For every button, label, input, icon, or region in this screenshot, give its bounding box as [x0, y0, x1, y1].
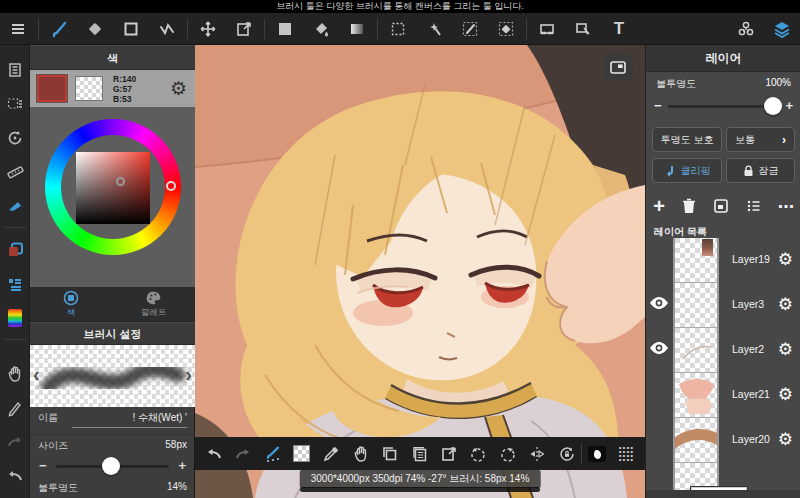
- material-icon[interactable]: [728, 13, 764, 45]
- brush-size-slider[interactable]: − +: [30, 453, 195, 479]
- layer-gear-icon[interactable]: ⚙: [778, 429, 793, 450]
- select-rect-icon[interactable]: [380, 13, 416, 45]
- artwork: [195, 45, 645, 498]
- layer-gear-icon[interactable]: ⚙: [778, 294, 793, 315]
- object-select-icon[interactable]: [565, 13, 601, 45]
- color-panel-title: 색: [30, 45, 195, 70]
- select-options-icon[interactable]: [0, 91, 30, 117]
- home-indicator: [300, 487, 540, 492]
- shape-tool-icon[interactable]: [113, 13, 149, 45]
- hand-tool-icon[interactable]: [346, 437, 375, 470]
- brush-next-icon[interactable]: ›: [185, 363, 192, 386]
- layer-gear-icon[interactable]: ⚙: [778, 249, 793, 270]
- select-pen-icon[interactable]: [452, 13, 488, 45]
- current-color-swatch[interactable]: [37, 75, 67, 102]
- eye-icon[interactable]: [649, 341, 669, 355]
- sv-indicator[interactable]: [116, 177, 125, 186]
- magic-wand-icon[interactable]: [416, 13, 452, 45]
- clipping-arrow-icon: [664, 165, 676, 177]
- hide-ui-button[interactable]: [603, 54, 633, 81]
- material-list-icon[interactable]: [0, 271, 30, 297]
- layers-panel: 레이어 불투명도 100% − + 투명도 보호 보통 › 클리핑 잠금 +: [645, 45, 800, 498]
- add-layer-icon[interactable]: +: [653, 195, 665, 218]
- layer-row[interactable]: Layer3 ⚙: [646, 283, 800, 327]
- fill-tool-icon[interactable]: [267, 13, 303, 45]
- duplicate-icon[interactable]: [375, 437, 404, 470]
- pages-icon[interactable]: [0, 57, 30, 83]
- layer-row[interactable]: Layer19 ⚙: [646, 238, 800, 282]
- menu-icon[interactable]: [0, 13, 36, 45]
- select-eraser-icon[interactable]: [488, 13, 524, 45]
- chevron-right-icon: ›: [782, 133, 786, 147]
- undo-icon[interactable]: [199, 437, 228, 470]
- eraser-tool-icon[interactable]: [77, 13, 113, 45]
- reference-toggle-icon[interactable]: [582, 437, 611, 470]
- alpha-lock-button[interactable]: 투명도 보호: [652, 127, 722, 152]
- brush-opacity-value: 14%: [167, 481, 187, 492]
- bucket-tool-icon[interactable]: [303, 13, 339, 45]
- brush-select-icon[interactable]: [258, 437, 287, 470]
- layer-row[interactable]: Layer2 ⚙: [646, 328, 800, 372]
- gradient-bar-icon[interactable]: [0, 305, 30, 331]
- rotate-cw-icon[interactable]: [493, 437, 522, 470]
- brush-preview: ‹ ›: [30, 345, 195, 407]
- rgb-readout: R:140 G:57 B:53: [113, 74, 136, 104]
- transparent-color-icon[interactable]: [287, 437, 316, 470]
- redo-icon[interactable]: [0, 429, 30, 455]
- rotate-ccw-icon[interactable]: [464, 437, 493, 470]
- layer-list-icon[interactable]: [745, 197, 763, 215]
- canvas-status-readout: 3000*4000px 350dpi 74% -27° 브러시: 58px 14…: [300, 470, 541, 488]
- hue-indicator[interactable]: [166, 181, 176, 191]
- tab-palette[interactable]: 팔레트: [113, 287, 196, 321]
- top-toolbar: T: [0, 13, 800, 45]
- eye-icon[interactable]: [649, 296, 669, 310]
- canvas-viewport[interactable]: [195, 45, 645, 498]
- brush-prev-icon[interactable]: ‹: [33, 363, 40, 386]
- merge-layer-icon[interactable]: [712, 197, 730, 215]
- clipping-button[interactable]: 클리핑: [652, 158, 722, 183]
- brush-settings-title: 브러시 설정: [30, 322, 195, 345]
- left-sidebar: [0, 45, 30, 498]
- export-icon[interactable]: [434, 437, 463, 470]
- layer-row[interactable]: Layer21 ⚙: [646, 373, 800, 417]
- layer-opacity-slider[interactable]: − +: [646, 93, 800, 119]
- layer-opacity-row: 불투명도 100%: [646, 77, 800, 93]
- tool-hint-bar: 브러시 툴은 다양한 브러시를 통해 캔버스를 그리는 툴 입니다.: [0, 0, 800, 13]
- right-panel-footer: [646, 490, 800, 498]
- eyedropper-icon[interactable]: [317, 437, 346, 470]
- flip-horizontal-icon[interactable]: [522, 437, 551, 470]
- text-tool-icon[interactable]: T: [601, 13, 637, 45]
- layer-gear-icon[interactable]: ⚙: [778, 339, 793, 360]
- color-wheel-area: [30, 107, 195, 287]
- layer-row[interactable]: Layer20 ⚙: [646, 418, 800, 462]
- transparent-color-swatch[interactable]: [75, 76, 103, 101]
- redo-icon[interactable]: [228, 437, 257, 470]
- panel-divide-icon[interactable]: [529, 13, 565, 45]
- lock-button[interactable]: 잠금: [726, 158, 795, 183]
- rotate-reset-icon[interactable]: [0, 125, 30, 151]
- tab-color[interactable]: 색: [30, 287, 113, 321]
- gradient-tool-icon[interactable]: [339, 13, 375, 45]
- rotate-lock-icon[interactable]: [552, 437, 581, 470]
- layer-gear-icon[interactable]: ⚙: [778, 384, 793, 405]
- curve-tool-icon[interactable]: [149, 13, 185, 45]
- layers-panel-icon[interactable]: [764, 13, 800, 45]
- hand-tool-icon[interactable]: [0, 361, 30, 387]
- current-colors-icon[interactable]: [0, 237, 30, 263]
- transform-tool-icon[interactable]: [226, 13, 262, 45]
- blend-mode-button[interactable]: 보통 ›: [726, 127, 795, 152]
- delete-layer-icon[interactable]: [680, 197, 698, 215]
- pen-cursor-icon[interactable]: [0, 395, 30, 421]
- ruler-icon[interactable]: [0, 159, 30, 185]
- saturation-value-square[interactable]: [76, 152, 150, 224]
- grid-icon[interactable]: •••• •••• •••• ••••: [612, 437, 641, 470]
- undo-icon[interactable]: [0, 463, 30, 489]
- more-options-icon[interactable]: ⋯: [778, 197, 794, 216]
- layer-list: Layer19 ⚙ Layer3 ⚙ Layer2 ⚙ Layer21: [646, 238, 800, 490]
- move-tool-icon[interactable]: [190, 13, 226, 45]
- pages-icon[interactable]: [405, 437, 434, 470]
- snap-tool-icon[interactable]: [0, 193, 30, 219]
- brush-tool-icon[interactable]: [41, 13, 77, 45]
- lock-icon: [743, 165, 754, 177]
- color-settings-gear-icon[interactable]: ⚙: [170, 77, 187, 100]
